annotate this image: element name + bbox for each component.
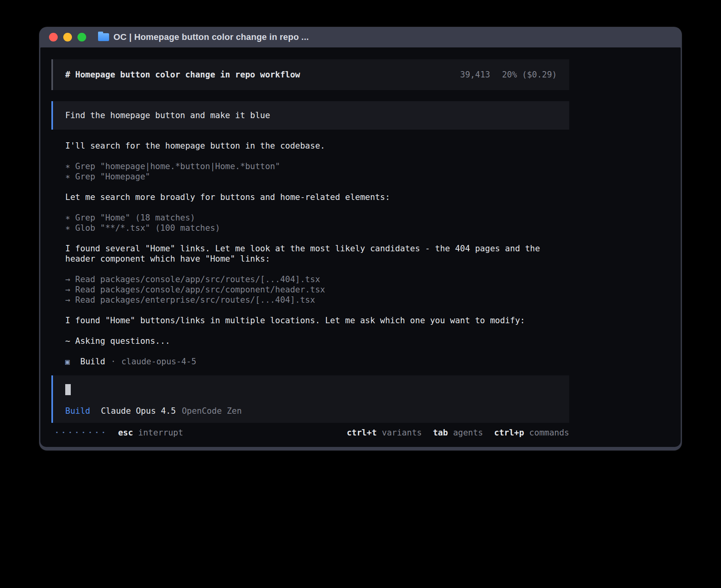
token-count: 39,413 [460,70,490,80]
tool-call-grep: ∗ Grep "Homepage" [65,172,555,182]
agent-model-name: claude-opus-4-5 [121,356,196,367]
session-header: # Homepage button color change in repo w… [51,59,569,90]
assistant-text: I'll search for the homepage button in t… [65,141,555,151]
window-controls [49,33,86,41]
separator-dot: · [111,356,116,367]
user-message: Find the homepage button and make it blu… [51,101,569,130]
tool-call-grep: ∗ Grep "Home" (18 matches) [65,213,555,223]
window-title: OC | Homepage button color change in rep… [113,32,309,42]
session-title: # Homepage button color change in repo w… [65,70,300,80]
folder-icon [98,33,109,41]
tool-call-read: → Read packages/console/app/src/routes/[… [65,274,555,285]
ctrl-p-key-label: ctrl+p [494,428,524,438]
assistant-text: Let me search more broadly for buttons a… [65,192,555,202]
assistant-text: I found "Home" buttons/links in multiple… [65,315,555,326]
status-bar: •••••••• esc interrupt ctrl+t variants t… [51,428,569,438]
model-status-line: Build Claude Opus 4.5 OpenCode Zen [65,406,557,416]
terminal-window: OC | Homepage button color change in rep… [39,27,682,450]
assistant-transcript: I'll search for the homepage button in t… [51,141,555,367]
context-usage: 20% ($0.29) [502,70,557,80]
esc-key-label: esc [118,428,133,438]
interrupt-label: interrupt [138,428,183,438]
ctrl-t-key-label: ctrl+t [347,428,377,438]
session-stats: 39,413 20% ($0.29) [460,70,557,80]
tool-call-group: ∗ Grep "homepage|home.*button|Home.*butt… [65,161,555,182]
tool-call-glob: ∗ Glob "**/*.tsx" (100 matches) [65,223,555,233]
tool-call-read: → Read packages/console/app/src/componen… [65,285,555,295]
close-window-button[interactable] [49,33,58,41]
agent-turn-footer: ▣ Build · claude-opus-4-5 [65,356,555,367]
shortcut-variants: ctrl+t variants [347,428,422,438]
model-name-label: Claude Opus 4.5 [101,406,176,416]
agents-label: agents [453,428,483,438]
tool-call-grep: ∗ Grep "homepage|home.*button|Home.*butt… [65,161,555,172]
agent-mode-label[interactable]: Build [65,406,90,416]
agent-name: Build [80,356,105,367]
tool-call-read: → Read packages/enterprise/src/routes/[.… [65,295,555,305]
spinner-dots: •••••••• [55,428,109,438]
tab-key-label: tab [433,428,448,438]
status-bar-left: •••••••• esc interrupt [55,428,183,438]
terminal-content: # Homepage button color change in repo w… [40,47,681,447]
assistant-text: I found several "Home" links. Let me loo… [65,243,555,264]
agent-icon: ▣ [65,356,80,367]
tool-call-group: → Read packages/console/app/src/routes/[… [65,274,555,305]
text-cursor [65,384,71,395]
tool-call-group: ∗ Grep "Home" (18 matches) ∗ Glob "**/*.… [65,213,555,233]
shortcut-commands: ctrl+p commands [494,428,569,438]
shortcut-interrupt: esc interrupt [118,428,183,438]
shortcut-agents: tab agents [433,428,483,438]
zoom-window-button[interactable] [77,33,86,41]
prompt-input-line[interactable] [65,384,557,395]
desktop-background: OC | Homepage button color change in rep… [0,0,721,588]
status-bar-right: ctrl+t variants tab agents ctrl+p comman… [347,428,569,438]
provider-label: OpenCode Zen [182,406,242,416]
prompt-input[interactable]: Build Claude Opus 4.5 OpenCode Zen [51,375,569,423]
asking-questions-status: ~ Asking questions... [65,336,555,346]
commands-label: commands [529,428,569,438]
user-message-text: Find the homepage button and make it blu… [65,110,270,121]
variants-label: variants [382,428,422,438]
minimize-window-button[interactable] [63,33,72,41]
window-titlebar: OC | Homepage button color change in rep… [39,27,682,47]
